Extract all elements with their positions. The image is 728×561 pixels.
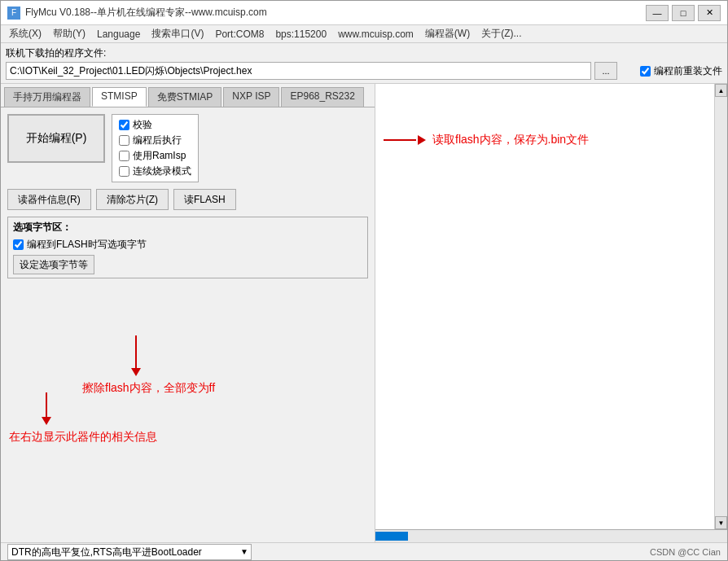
option-bytes-write-label: 编程到FLASH时写选项字节 [27, 238, 147, 252]
menu-search-port[interactable]: 搜索串口(V) [147, 25, 208, 42]
file-browse-button[interactable]: ... [594, 62, 617, 80]
app-icon: F [7, 7, 20, 20]
info-annotation-text: 在右边显示此器件的相关信息 [9, 430, 157, 445]
scrollbar-h-track [375, 530, 727, 542]
scrollbar-h-thumb [375, 532, 408, 541]
option-exec-after-label: 编程后执行 [133, 134, 182, 147]
status-left: DTR的高电平复位,RTS高电平进BootLoader ▼ [7, 544, 252, 560]
action-buttons-row: 读器件信息(R) 清除芯片(Z) 读FLASH [7, 189, 368, 210]
menu-language[interactable]: Language [92, 27, 145, 42]
option-bytes-title: 选项字节区： [13, 221, 362, 234]
info-annotation: 在右边显示此器件的相关信息 [9, 392, 157, 445]
scrollbar-up-button[interactable]: ▲ [715, 84, 727, 97]
main-content: 手持万用编程器 STMISP 免费STMIAP NXP ISP EP968_RS… [1, 84, 727, 542]
option-verify-label: 校验 [133, 118, 152, 132]
option-ramisp-label: 使用RamIsp [133, 149, 186, 163]
top-row: 开始编程(P) 校验 编程后执行 使用RamIsp [7, 114, 368, 182]
option-ramisp-checkbox[interactable] [119, 151, 129, 161]
tab-free-stmiap[interactable]: 免费STMIAP [148, 87, 222, 107]
maximize-button[interactable]: □ [672, 5, 695, 21]
option-continuous-label: 连续烧录模式 [133, 164, 191, 178]
left-panel: 手持万用编程器 STMISP 免费STMIAP NXP ISP EP968_RS… [1, 84, 375, 542]
menu-help[interactable]: 帮助(Y) [48, 25, 90, 42]
status-bar: DTR的高电平复位,RTS高电平进BootLoader ▼ CSDN @CC C… [1, 542, 727, 560]
read-info-button[interactable]: 读器件信息(R) [7, 189, 91, 210]
start-programming-button[interactable]: 开始编程(P) [7, 114, 105, 163]
tabs-bar: 手持万用编程器 STMISP 免费STMIAP NXP ISP EP968_RS… [1, 84, 375, 107]
options-box: 校验 编程后执行 使用RamIsp 连续烧录模式 [112, 114, 199, 182]
tab-nxp-isp[interactable]: NXP ISP [223, 87, 279, 107]
option-bytes-checkbox-row[interactable]: 编程到FLASH时写选项字节 [13, 238, 362, 252]
file-label: 联机下载拍的程序文件: [6, 46, 722, 60]
status-select-wrapper: DTR的高电平复位,RTS高电平进BootLoader ▼ [7, 544, 252, 560]
close-button[interactable]: ✕ [698, 5, 721, 21]
window-title: FlyMcu V0.188--单片机在线编程专家--www.mcuisp.com [25, 6, 267, 20]
option-exec-after-checkbox[interactable] [119, 135, 129, 146]
menu-port[interactable]: Port:COM8 [210, 27, 269, 42]
tab-handheld[interactable]: 手持万用编程器 [4, 87, 90, 107]
option-continuous-row[interactable]: 连续烧录模式 [119, 164, 191, 178]
menu-programmer[interactable]: 编程器(W) [420, 25, 475, 42]
boot-mode-select[interactable]: DTR的高电平复位,RTS高电平进BootLoader [7, 544, 252, 560]
read-flash-annotation: 读取flash内容，保存为.bin文件 [375, 133, 711, 147]
right-panel: 读取flash内容，保存为.bin文件 ▲ ▼ [375, 84, 727, 542]
right-scrollbar: ▲ ▼ [714, 84, 727, 529]
horizontal-scrollbar[interactable] [375, 529, 727, 542]
option-continuous-checkbox[interactable] [119, 166, 129, 177]
read-flash-annotation-text: 读取flash内容，保存为.bin文件 [432, 133, 589, 147]
erase-chip-button[interactable]: 清除芯片(Z) [96, 189, 169, 210]
reload-checkbox-label: 编程前重装文件 [640, 64, 722, 78]
scrollbar-down-button[interactable]: ▼ [715, 516, 727, 529]
title-controls: — □ ✕ [646, 5, 721, 21]
option-bytes-section: 选项字节区： 编程到FLASH时写选项字节 设定选项字节等 [7, 217, 368, 278]
read-flash-button[interactable]: 读FLASH [173, 189, 236, 210]
erase-annotation: 擦除flash内容，全部变为ff [82, 335, 215, 396]
tab-ep968[interactable]: EP968_RS232 [281, 87, 363, 107]
menu-website[interactable]: www.mcuisp.com [333, 27, 419, 42]
option-ramisp-row[interactable]: 使用RamIsp [119, 149, 191, 163]
reload-checkbox[interactable] [640, 66, 651, 77]
option-verify-checkbox[interactable] [119, 120, 129, 130]
option-exec-after-row[interactable]: 编程后执行 [119, 134, 191, 147]
option-verify-row[interactable]: 校验 [119, 118, 191, 132]
branding: CSDN @CC Cian [650, 547, 721, 557]
minimize-button[interactable]: — [646, 5, 669, 21]
set-option-bytes-button[interactable]: 设定选项字节等 [13, 255, 94, 274]
menu-system[interactable]: 系统(X) [4, 25, 46, 42]
tab-stmisp[interactable]: STMISP [92, 87, 147, 107]
option-bytes-write-checkbox[interactable] [13, 239, 24, 250]
tab-content-stmisp: 开始编程(P) 校验 编程后执行 使用RamIsp [1, 107, 375, 542]
menu-bar: 系统(X) 帮助(Y) Language 搜索串口(V) Port:COM8 b… [1, 25, 727, 43]
menu-bps[interactable]: bps:115200 [270, 27, 331, 42]
scrollbar-track [715, 97, 727, 516]
file-path-input[interactable] [6, 62, 591, 80]
menu-about[interactable]: 关于(Z)... [476, 25, 526, 42]
main-window: F FlyMcu V0.188--单片机在线编程专家--www.mcuisp.c… [0, 0, 728, 561]
title-bar: F FlyMcu V0.188--单片机在线编程专家--www.mcuisp.c… [1, 1, 727, 25]
